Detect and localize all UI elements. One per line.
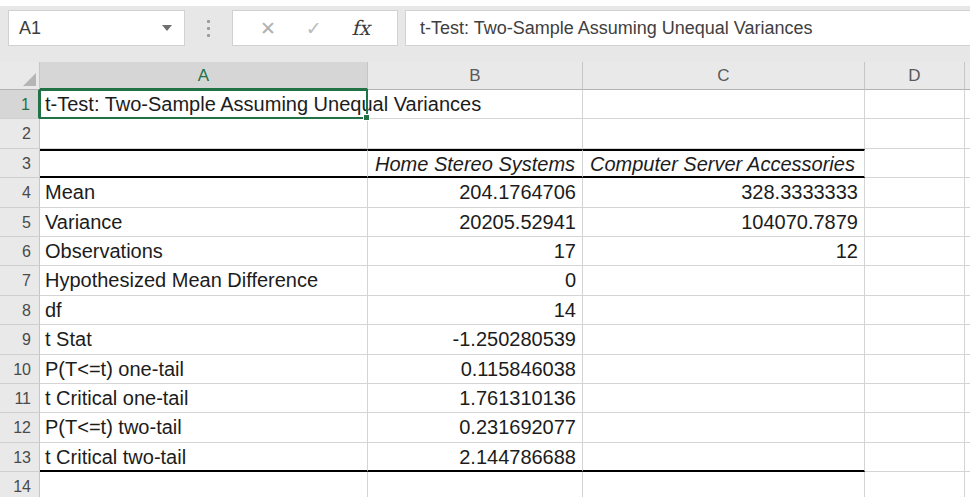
row-header[interactable]: 13	[0, 443, 40, 472]
row-header[interactable]: 2	[0, 119, 40, 148]
column-header-c[interactable]: C	[583, 62, 865, 90]
row-header[interactable]: 6	[0, 237, 40, 266]
cell-c[interactable]	[583, 325, 865, 354]
cell-e[interactable]	[965, 149, 970, 178]
select-all-button[interactable]	[0, 62, 40, 90]
cell-a[interactable]: P(T<=t) one-tail	[40, 355, 368, 384]
cell-d[interactable]	[865, 296, 965, 325]
cell-b[interactable]: 0.231692077	[368, 413, 583, 442]
cell-e[interactable]	[965, 119, 970, 148]
cancel-icon[interactable]: ✕	[260, 17, 276, 40]
row-header[interactable]: 9	[0, 325, 40, 354]
cell-a[interactable]: t-Test: Two-Sample Assuming Unequal Vari…	[40, 90, 368, 119]
cell-b[interactable]	[368, 119, 583, 148]
formula-bar-resize-handle[interactable]	[185, 10, 232, 46]
row-header[interactable]: 7	[0, 266, 40, 295]
cell-d[interactable]	[865, 413, 965, 442]
cell-d[interactable]	[865, 472, 965, 497]
cell-d[interactable]	[865, 325, 965, 354]
column-header-a[interactable]: A	[40, 62, 368, 90]
cell-a[interactable]: t Critical two-tail	[40, 443, 368, 472]
cell-d[interactable]	[865, 266, 965, 295]
cell-e[interactable]	[965, 472, 970, 497]
cell-e[interactable]	[965, 178, 970, 207]
cell-e[interactable]	[965, 208, 970, 237]
name-box[interactable]: A1	[8, 10, 185, 46]
column-header-d[interactable]: D	[865, 62, 965, 90]
cell-b[interactable]: 1.761310136	[368, 384, 583, 413]
cell-a[interactable]	[40, 149, 368, 178]
cell-e[interactable]	[965, 443, 970, 472]
cell-d[interactable]	[865, 178, 965, 207]
enter-icon[interactable]: ✓	[306, 17, 322, 40]
cell-d[interactable]	[865, 149, 965, 178]
sheet-row: 2	[0, 119, 970, 148]
row-header[interactable]: 14	[0, 472, 40, 497]
cell-e[interactable]	[965, 413, 970, 442]
row-header[interactable]: 5	[0, 208, 40, 237]
sheet-row: 3 Home Stereo Systems Computer Server Ac…	[0, 149, 970, 178]
cell-c[interactable]: 12	[583, 237, 865, 266]
chevron-down-icon[interactable]	[162, 25, 172, 31]
cell-d[interactable]	[865, 237, 965, 266]
column-header-b[interactable]: B	[368, 62, 583, 90]
cell-c[interactable]: 328.3333333	[583, 178, 865, 207]
cell-d[interactable]	[865, 208, 965, 237]
cell-b[interactable]	[368, 472, 583, 497]
spreadsheet-grid: A B C D 1 t-Test: Two-Sample Assuming Un…	[0, 62, 970, 497]
cell-e[interactable]	[965, 266, 970, 295]
cell-e[interactable]	[965, 296, 970, 325]
cell-b[interactable]: 14	[368, 296, 583, 325]
cell-e[interactable]	[965, 384, 970, 413]
cell-a[interactable]: df	[40, 296, 368, 325]
column-header-e-sliver[interactable]	[965, 62, 970, 90]
cell-c[interactable]	[583, 413, 865, 442]
cell-c[interactable]	[583, 266, 865, 295]
cell-a[interactable]: Hypothesized Mean Difference	[40, 266, 368, 295]
cell-d[interactable]	[865, 119, 965, 148]
row-header[interactable]: 11	[0, 384, 40, 413]
row-header[interactable]: 3	[0, 149, 40, 178]
cell-a[interactable]	[40, 119, 368, 148]
cell-d[interactable]	[865, 384, 965, 413]
cell-e[interactable]	[965, 237, 970, 266]
cell-a[interactable]	[40, 472, 368, 497]
cell-c[interactable]	[583, 119, 865, 148]
cell-c[interactable]	[583, 443, 865, 472]
row-header[interactable]: 10	[0, 355, 40, 384]
row-header[interactable]: 8	[0, 296, 40, 325]
row-header[interactable]: 1	[0, 90, 40, 119]
cell-c[interactable]: 104070.7879	[583, 208, 865, 237]
cell-a[interactable]: Mean	[40, 178, 368, 207]
cell-a[interactable]: Observations	[40, 237, 368, 266]
cell-b[interactable]: 204.1764706	[368, 178, 583, 207]
row-header[interactable]: 12	[0, 413, 40, 442]
cell-e[interactable]	[965, 90, 970, 119]
cell-d[interactable]	[865, 355, 965, 384]
cell-c[interactable]: Computer Server Accessories	[583, 149, 865, 178]
cell-a[interactable]: Variance	[40, 208, 368, 237]
cell-c[interactable]	[583, 472, 865, 497]
cell-d[interactable]	[865, 443, 965, 472]
cell-b[interactable]: 0.115846038	[368, 355, 583, 384]
row-header[interactable]: 4	[0, 178, 40, 207]
cell-c[interactable]	[583, 296, 865, 325]
cell-a[interactable]: P(T<=t) two-tail	[40, 413, 368, 442]
cell-b[interactable]: -1.250280539	[368, 325, 583, 354]
cell-a[interactable]: t Critical one-tail	[40, 384, 368, 413]
cell-e[interactable]	[965, 325, 970, 354]
formula-bar[interactable]: t-Test: Two-Sample Assuming Unequal Vari…	[405, 10, 970, 46]
cell-c[interactable]	[583, 384, 865, 413]
cell-b[interactable]: Home Stereo Systems	[368, 149, 583, 178]
cell-b[interactable]: 17	[368, 237, 583, 266]
cell-a[interactable]: t Stat	[40, 325, 368, 354]
column-headers: A B C D	[0, 62, 970, 90]
cell-b[interactable]: 0	[368, 266, 583, 295]
cell-c[interactable]	[583, 355, 865, 384]
cell-b[interactable]: 2.144786688	[368, 443, 583, 472]
cell-c[interactable]	[583, 90, 865, 119]
insert-function-icon[interactable]: fx	[351, 16, 370, 40]
cell-e[interactable]	[965, 355, 970, 384]
cell-d[interactable]	[865, 90, 965, 119]
cell-b[interactable]: 20205.52941	[368, 208, 583, 237]
